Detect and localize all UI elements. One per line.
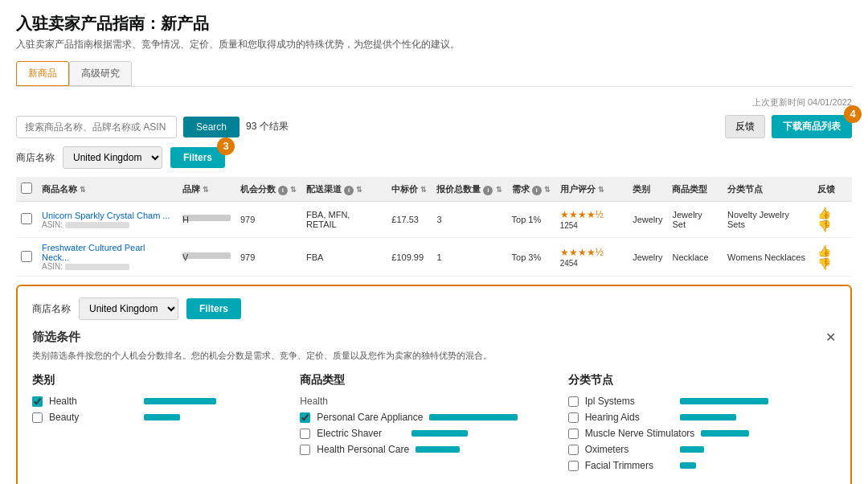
filter-item: Facial Trimmers [568,460,820,471]
channel-info-icon[interactable]: i [344,186,354,195]
col-classification: 分类节点 [723,177,813,202]
col-rating: 用户评分 ⇅ [555,177,628,202]
product-link[interactable]: Unicorn Sparkly Crystal Cham ... [42,211,170,220]
filter-item-label-2-0-4: Facial Trimmers [585,460,674,471]
table-row: Unicorn Sparkly Crystal Cham ... ASIN: H… [16,202,852,238]
table-row: Freshwater Cultured Pearl Neck... ASIN: … [16,238,852,277]
category-cell: Jewelry [628,238,667,277]
filter-checkbox-1-0-0[interactable] [300,412,310,423]
filter-item: Health Personal Care [300,444,551,455]
search-button[interactable]: Search [183,117,240,137]
filter-checkbox-0-0-0[interactable] [32,396,43,407]
tab-new-products[interactable]: 新商品 [16,61,69,86]
store-select[interactable]: United Kingdom [63,146,162,169]
feedback-cell: 👍 👎 [813,238,852,277]
col-product-type: 商品类型 [667,177,722,202]
filter-bar-1-0-1 [411,430,468,437]
col-category: 类别 [628,177,667,202]
rating-cell: ★★★★½ 2454 [555,238,628,277]
badge-4: 4 [844,105,862,123]
filter-item: Oximeters [568,444,820,455]
filter-checkbox-1-0-2[interactable] [300,445,310,455]
product-link[interactable]: Freshwater Cultured Pearl Neck... [42,243,145,262]
filter-column-1: 商品类型Health Personal Care Appliance Elect… [300,373,567,476]
qty-cell: 1 [432,238,506,277]
filter-store-select[interactable]: United Kingdom [79,297,178,320]
page-subtitle: 入驻卖家产品指南根据需求、竞争情况、定价、质量和您取得成功的特殊优势，为您提供个… [16,38,852,51]
filter-item: Hearing Aids [568,412,820,423]
filter-checkbox-0-0-1[interactable] [32,412,43,423]
filter-bar-0-0-1 [144,414,180,420]
filter-item-label-0-0-1: Beauty [49,412,137,423]
tabs-row: 新商品 高级研究 [16,61,852,87]
col-score: 机会分数 i ⇅ [235,177,301,202]
filter-item: Muscle Nerve Stimulators [568,428,820,439]
filter-item-label-1-0-1: Electric Shaver [317,428,405,439]
filter-item-label-2-0-1: Hearing Aids [585,412,674,423]
filter-col-title-0: 类别 [32,373,284,388]
filter-checkbox-2-0-3[interactable] [568,445,579,455]
filter-checkbox-1-0-1[interactable] [300,429,310,439]
close-icon[interactable]: ✕ [825,330,836,345]
price-cell: £17.53 [387,202,432,238]
filter-checkbox-2-0-1[interactable] [568,412,579,423]
col-qty: 报价总数量 i ⇅ [432,177,506,202]
col-feedback: 反馈 [813,177,852,202]
rating-cell: ★★★★½ 1254 [555,202,628,238]
demand-cell: Top 1% [507,202,555,238]
filter-item-label-0-0-0: Health [49,396,137,407]
search-input[interactable] [16,116,177,138]
asin-row: ASIN: [42,262,173,271]
col-name: 商品名称 ⇅ [37,177,178,202]
demand-info-icon[interactable]: i [532,186,542,195]
search-toolbar: Search 93 个结果 反馈 下载商品列表 4 [16,115,852,138]
thumb-up-icon[interactable]: 👍 [817,244,831,257]
filter-bar-2-0-4 [680,462,696,469]
filter-panel-description: 类别筛选条件按您的个人机会分数排名。您的机会分数是需求、竞争、定价、质量以及您作… [32,350,836,362]
filter-item-label-1-0-0: Personal Care Appliance [317,412,423,423]
classification-cell: Womens Necklaces [723,238,813,277]
select-all-checkbox[interactable] [21,183,32,194]
products-table-container: 商品名称 ⇅ 品牌 ⇅ 机会分数 i ⇅ 配送渠道 i ⇅ 中标价 ⇅ 报价总数… [16,177,852,277]
col-channel: 配送渠道 i ⇅ [301,177,387,202]
last-updated: 上次更新时间 04/01/2022 [16,96,852,109]
page-title: 入驻卖家产品指南：新产品 [16,13,852,35]
brand-cell: H [178,202,235,238]
filter-item: Beauty [32,412,284,423]
filter-item: Health [32,396,284,407]
qty-info-icon[interactable]: i [483,186,493,195]
filter-col-title-2: 分类节点 [568,373,820,388]
thumb-down-icon[interactable]: 👎 [817,219,831,232]
rating-count: 1254 [560,221,578,230]
tab-advanced-research[interactable]: 高级研究 [69,61,132,86]
filter-bar-2-0-2 [701,430,749,437]
filter-column-2: 分类节点 Ipl Systems Hearing Aids Muscle Ner… [568,373,836,476]
thumb-down-icon[interactable]: 👎 [817,257,831,270]
filter-column-0: 类别 Health Beauty [32,373,300,476]
score-info-icon[interactable]: i [278,186,288,195]
filter-bar-2-0-1 [680,414,736,420]
row-checkbox[interactable] [21,251,32,262]
filters-button[interactable]: Filters [170,147,225,168]
result-count: 93 个结果 [246,120,289,133]
price-cell: £109.99 [387,238,432,277]
filter-panel: 商店名称 United Kingdom Filters 筛选条件 ✕ 类别筛选条… [16,285,852,484]
thumb-up-icon[interactable]: 👍 [817,207,831,219]
store-label: 商店名称 [16,151,55,165]
row-checkbox[interactable] [21,213,32,224]
filter-checkbox-2-0-0[interactable] [568,396,579,407]
channel-cell: FBA [301,238,387,277]
filter-checkbox-2-0-2[interactable] [568,429,579,439]
download-button[interactable]: 下载商品列表 [772,115,852,138]
demand-cell: Top 3% [507,238,555,277]
filter-checkbox-2-0-4[interactable] [568,461,579,471]
filter-panel-filters-btn[interactable]: Filters [186,298,241,319]
filter-section-label-1-0: Health [300,396,551,407]
filter-store-label: 商店名称 [32,302,71,316]
filter-item-label-2-0-3: Oximeters [585,444,674,455]
feedback-button[interactable]: 反馈 [725,115,765,138]
filter-bar-1-0-2 [416,446,460,453]
category-cell: Jewelry [628,202,667,238]
rating-count: 2454 [560,259,578,268]
brand-cell: V [178,238,235,277]
